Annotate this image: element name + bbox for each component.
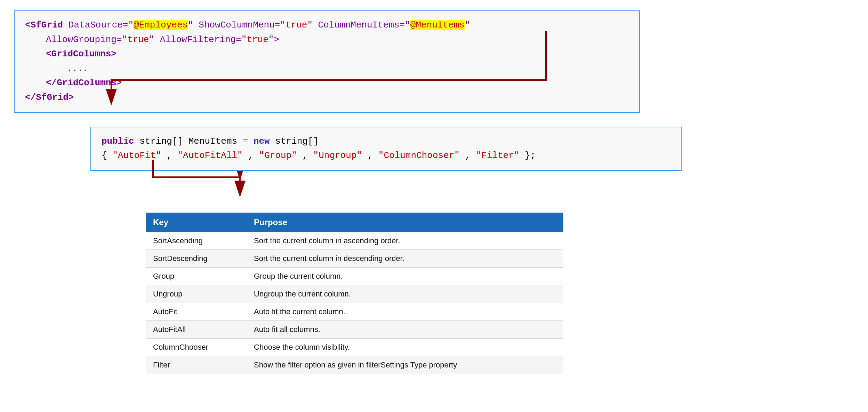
table-wrapper: Key Purpose SortAscendingSort the curren…: [146, 213, 854, 374]
table-cell-key: SortDescending: [146, 249, 247, 267]
table-cell-key: AutoFit: [146, 303, 247, 320]
menuitems-value: @MenuItems: [410, 20, 465, 30]
table-cell-key: AutoFitAll: [146, 320, 247, 338]
code-block-top: <SfGrid DataSource="@Employees" ShowColu…: [14, 10, 640, 113]
code-line-1: <SfGrid DataSource="@Employees" ShowColu…: [25, 18, 629, 33]
attr-datasource: DataSource=": [69, 20, 134, 30]
table-row: GroupGroup the current column.: [146, 267, 563, 285]
code-block-bottom: public string[] MenuItems = new string[]…: [90, 127, 682, 171]
code-line-4: ....: [67, 62, 629, 76]
table-row: SortDescendingSort the current column in…: [146, 249, 563, 267]
code-line-2: AllowGrouping="true" AllowFiltering="tru…: [46, 33, 629, 47]
table-cell-key: ColumnChooser: [146, 338, 247, 356]
tag-open: <SfGrid: [25, 20, 63, 30]
key-purpose-table: Key Purpose SortAscendingSort the curren…: [146, 213, 563, 374]
table-row: UngroupUngroup the current column.: [146, 285, 563, 303]
page-container: <SfGrid DataSource="@Employees" ShowColu…: [14, 10, 854, 374]
table-cell-purpose: Sort the current column in ascending ord…: [247, 232, 563, 250]
table-cell-purpose: Sort the current column in descending or…: [247, 249, 563, 267]
table-header-row: Key Purpose: [146, 213, 563, 232]
table-row: FilterShow the filter option as given in…: [146, 356, 563, 374]
table-row: AutoFitAuto fit the current column.: [146, 303, 563, 320]
code-line-5: </GridColumns>: [46, 76, 629, 90]
table-cell-purpose: Auto fit the current column.: [247, 303, 563, 320]
table-cell-purpose: Choose the column visibility.: [247, 338, 563, 356]
table-cell-key: SortAscending: [146, 232, 247, 250]
table-row: SortAscendingSort the current column in …: [146, 232, 563, 250]
table-cell-purpose: Ungroup the current column.: [247, 285, 563, 303]
datasource-value: @Employees: [134, 20, 188, 30]
table-cell-purpose: Auto fit all columns.: [247, 320, 563, 338]
bottom-line-1: public string[] MenuItems = new string[]: [102, 134, 670, 149]
code-line-3: <GridColumns>: [46, 47, 629, 62]
table-cell-purpose: Show the filter option as given in filte…: [247, 356, 563, 374]
bottom-line-2: { "AutoFit" , "AutoFitAll" , "Group" , "…: [102, 149, 670, 163]
code-line-6: </SfGrid>: [25, 90, 629, 105]
table-row: ColumnChooserChoose the column visibilit…: [146, 338, 563, 356]
table-cell-key: Filter: [146, 356, 247, 374]
table-cell-key: Group: [146, 267, 247, 285]
table-cell-key: Ungroup: [146, 285, 247, 303]
col-header-key: Key: [146, 213, 247, 232]
table-row: AutoFitAllAuto fit all columns.: [146, 320, 563, 338]
table-cell-purpose: Group the current column.: [247, 267, 563, 285]
col-header-purpose: Purpose: [247, 213, 563, 232]
